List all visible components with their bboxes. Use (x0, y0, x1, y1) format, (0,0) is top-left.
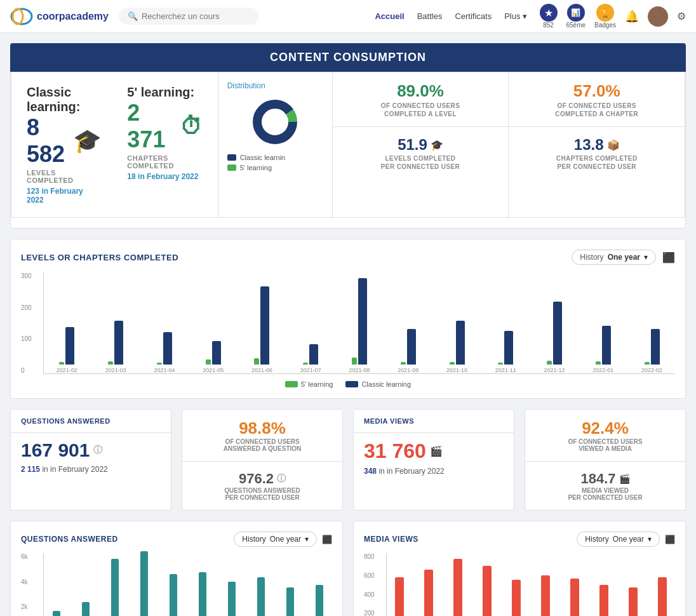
bar-group: 2021-12 (248, 577, 274, 616)
bar-group (219, 582, 244, 616)
search-icon: 🔍 (128, 11, 138, 21)
bar-label: 2021-05 (203, 367, 224, 373)
m-export-icon[interactable]: ⬛ (665, 535, 675, 544)
nav-badge-score[interactable]: ★ 852 (540, 4, 558, 29)
classic-bar (358, 278, 367, 365)
classic-label: Classic learning: (27, 85, 102, 114)
red-bar (658, 577, 667, 616)
teal-bar (170, 574, 177, 616)
m-history-btn[interactable]: History One year ▾ (577, 532, 660, 547)
classic-bar (114, 321, 123, 365)
classic-bar (407, 329, 416, 365)
level-icon: 🎓 (431, 139, 443, 151)
bar-label: 2021-06 (251, 367, 272, 373)
media-card-header: MEDIA VIEWS (354, 410, 514, 433)
export-icon[interactable]: ⬛ (662, 251, 675, 264)
levels-history-btn[interactable]: History One year ▾ (572, 250, 656, 265)
nav-plus[interactable]: Plus ▾ (504, 11, 526, 21)
levels-chart-section: LEVELS OR CHAPTERS COMPLETED History One… (10, 239, 686, 399)
q-bar-chart: 2021-022021-042021-062021-082021-102021-… (43, 553, 332, 616)
nav-certificats[interactable]: Certificats (455, 11, 492, 21)
media-big-num: 31 760 🎬 (354, 433, 514, 467)
classic-learning: Classic learning: 8 582 🎓 LEVELS COMPLET… (27, 85, 102, 204)
teal-bar (53, 611, 60, 616)
metric-chapter-bottom: 13.8 📦 CHAPTERS COMPLETED PER CONNECTED … (509, 127, 685, 179)
media-pct-card: 92.4% OF CONNECTED USERS VIEWED A MEDIA … (525, 409, 686, 511)
q-chart-header: QUESTIONS ANSWERED History One year ▾ ⬛ (21, 532, 332, 547)
bar-group: 2021-06 (445, 559, 471, 616)
bar-label: 2021-12 (544, 367, 565, 373)
five-label: 5' learning: (127, 85, 202, 100)
legend-5prime: 5' learning (285, 380, 333, 388)
bell-icon[interactable]: 🔔 (625, 10, 639, 23)
stats-row: Classic learning: 8 582 🎓 LEVELS COMPLET… (11, 72, 685, 218)
classic-bar (602, 326, 611, 365)
five-number: 2 371 ⏱ (127, 100, 202, 153)
nav-battles[interactable]: Battles (417, 11, 443, 21)
nav-accueil[interactable]: Accueil (375, 11, 404, 21)
five-bar (108, 361, 113, 365)
teal-bar (257, 577, 265, 616)
levels-chart-legend: 5' learning Classic learning (21, 380, 675, 388)
metric-chapter-top: 57.0% OF CONNECTED USERS COMPLETED A CHA… (509, 72, 685, 127)
bar-group: 2021-10 (533, 575, 558, 616)
questions-pct-bottom: 976.2 ⓘ QUESTIONS ANSWERED PER CONNECTED… (182, 462, 342, 510)
classic-bar (456, 321, 465, 365)
red-bar (483, 566, 492, 616)
media-month: 348 in in February 2022 (354, 467, 514, 485)
red-bar (453, 559, 462, 616)
classic-bar (553, 302, 562, 365)
teal-bar (111, 559, 119, 616)
q-history-btn[interactable]: History One year ▾ (234, 532, 317, 547)
avatar[interactable] (648, 6, 668, 27)
donut-chart (227, 97, 323, 147)
bar-label: 2021-08 (349, 367, 370, 373)
levels-chart-header: LEVELS OR CHAPTERS COMPLETED History One… (21, 250, 675, 265)
metric-level-bottom: 51.9 🎓 LEVELS COMPLETED PER CONNECTED US… (333, 127, 509, 179)
nav-badge-rank[interactable]: 📊 65ème (566, 4, 586, 29)
chevron-down-icon: ▾ (305, 535, 309, 544)
q-export-icon[interactable]: ⬛ (322, 535, 332, 544)
box-icon: 📦 (607, 139, 620, 151)
logo-text: coorpacademy (37, 11, 109, 22)
bar-group: 2021-12 (591, 585, 617, 616)
teal-bar (140, 551, 148, 616)
five-bar (498, 363, 503, 365)
bar-group (504, 580, 529, 616)
question-info2-icon[interactable]: ⓘ (277, 473, 286, 485)
bar-group: 2021-06 (102, 559, 128, 616)
question-info-icon[interactable]: ⓘ (93, 445, 102, 456)
five-bar (254, 358, 259, 365)
bar-group (620, 587, 646, 616)
bar-group: 2021-08 (474, 566, 500, 616)
media-chart-section: MEDIA VIEWS History One year ▾ ⬛ 800 600… (353, 521, 686, 616)
red-bar (395, 577, 404, 616)
five-bar (596, 361, 601, 365)
bar-group: 2021-04 (73, 602, 98, 616)
five-dot (227, 164, 236, 171)
legend-5prime: 5' learning (227, 164, 323, 171)
graduation-icon: 🎓 (73, 128, 102, 154)
chevron-down-icon: ▾ (523, 11, 527, 21)
five-bar (450, 362, 455, 365)
q-y-labels: 6k 4k 2k 0 (21, 553, 28, 616)
search-bar[interactable]: 🔍 (119, 8, 258, 25)
nav-badge-badges[interactable]: 🏆 Badges (594, 4, 616, 29)
red-bar (512, 580, 521, 616)
search-input[interactable] (142, 11, 243, 21)
nav-icons: ★ 852 📊 65ème 🏆 Badges 🔔 ⚙ (540, 4, 686, 29)
nav-links: Accueil Battles Certificats Plus ▾ (375, 11, 526, 21)
bar-label: 2021-02 (57, 367, 77, 373)
bar-group (278, 587, 303, 616)
gear-icon[interactable]: ⚙ (677, 10, 686, 22)
questions-big-num: 167 901 ⓘ (11, 433, 171, 465)
logo[interactable]: coorpacademy (10, 8, 109, 25)
q-chart-container: 6k 4k 2k 0 2021-022021-042021-062021-082… (21, 553, 332, 616)
chevron-down-icon: ▾ (644, 253, 648, 262)
legend-classic: Classic learnin (227, 154, 323, 161)
bar-label: 2021-11 (495, 367, 516, 373)
metric-level: 89.0% OF CONNECTED USERS COMPLETED A LEV… (333, 72, 509, 217)
distribution-card: Distribution Classic learnin (218, 72, 333, 217)
bar-group: 2021-10 (190, 572, 215, 616)
trophy-icon: 🏆 (596, 4, 614, 22)
